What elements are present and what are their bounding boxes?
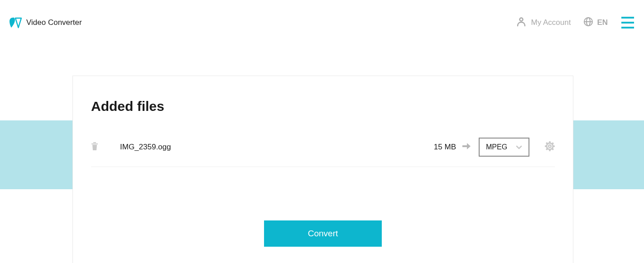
language-label: EN [597,18,608,27]
svg-rect-5 [93,142,96,143]
svg-rect-4 [91,143,98,144]
hamburger-line [621,27,634,29]
globe-icon [583,17,593,29]
gear-icon[interactable] [545,141,555,153]
hamburger-line [621,22,634,24]
hamburger-line [621,17,634,19]
arrow-right-icon [462,143,471,151]
format-select[interactable]: MPEG [479,138,529,157]
logo-section[interactable]: Video Converter [9,17,82,29]
logo-icon [9,17,22,29]
file-row: IMG_2359.ogg 15 MB MPEG [91,138,555,167]
card-title: Added files [91,99,555,114]
svg-rect-6 [462,145,467,147]
file-name: IMG_2359.ogg [120,143,434,152]
svg-point-0 [519,18,523,21]
header: Video Converter My Account EN [0,0,644,45]
header-right: My Account EN [516,16,635,29]
convert-button[interactable]: Convert [264,220,382,247]
my-account-label: My Account [531,18,571,27]
main-card: Added files IMG_2359.ogg 15 MB MPEG [72,76,573,263]
language-selector[interactable]: EN [583,17,608,29]
my-account-link[interactable]: My Account [516,16,571,29]
file-size: 15 MB [434,143,456,152]
hamburger-menu-button[interactable] [620,16,635,29]
format-label: MPEG [486,143,507,151]
trash-icon[interactable] [91,142,98,152]
chevron-down-icon [516,143,522,151]
user-icon [516,16,527,29]
app-title: Video Converter [26,18,82,27]
